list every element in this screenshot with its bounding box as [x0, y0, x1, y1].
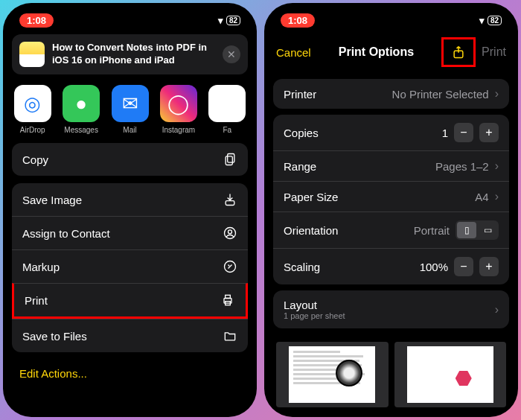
orientation-row: Orientation Portrait ▯ ▭ — [273, 211, 509, 248]
action-group-1: Copy — [12, 143, 248, 176]
wifi-icon: ▾ — [218, 15, 223, 26]
copies-label: Copies — [284, 127, 319, 139]
chevron-right-icon: › — [495, 190, 499, 203]
range-label: Range — [284, 160, 316, 173]
range-value-wrap: Pages 1–2 › — [435, 159, 499, 173]
share-header: How to Convert Notes into PDF in iOS 16 … — [12, 34, 248, 74]
page-preview — [289, 346, 375, 403]
portrait-button[interactable]: ▯ — [457, 222, 476, 238]
paper-size-row[interactable]: Paper Size A4 › — [273, 181, 509, 211]
svg-rect-0 — [228, 154, 234, 163]
page-preview — [407, 346, 493, 403]
loupe-icon — [336, 360, 362, 386]
orientation-segment[interactable]: ▯ ▭ — [456, 220, 499, 240]
app-airdrop[interactable]: ◎ AirDrop — [13, 85, 51, 134]
layout-group: Layout 1 page per sheet › — [273, 290, 509, 328]
phone-right: 1:08 ▾ 82 Cancel Print Options Print Pri… — [264, 3, 518, 417]
orientation-value: Portrait — [414, 224, 450, 237]
app-label: AirDrop — [20, 126, 45, 134]
assign-contact-action[interactable]: Assign to Contact — [12, 216, 248, 249]
status-time: 1:08 — [281, 13, 315, 28]
print-button[interactable]: Print — [482, 45, 506, 59]
action-label: Copy — [22, 153, 48, 166]
mail-icon: ✉ — [112, 85, 149, 122]
share-button[interactable] — [441, 37, 476, 67]
edit-actions-link[interactable]: Edit Actions... — [9, 360, 251, 387]
save-image-action[interactable]: Save Image — [12, 183, 248, 216]
page-title: Print Options — [339, 45, 414, 59]
markup-icon — [223, 259, 237, 274]
svg-rect-2 — [226, 201, 234, 206]
printer-row[interactable]: Printer No Printer Selected › — [273, 79, 509, 109]
copies-plus-button[interactable]: + — [479, 123, 499, 142]
app-mail[interactable]: ✉ Mail — [111, 85, 149, 134]
layout-subtitle: 1 page per sheet — [284, 311, 345, 320]
thumb-page-1[interactable] — [276, 342, 389, 407]
svg-point-4 — [228, 230, 232, 234]
markup-action[interactable]: Markup — [12, 249, 248, 283]
action-label: Save to Files — [22, 330, 87, 343]
notch — [97, 10, 164, 27]
copies-controls: 1 − + — [442, 123, 499, 142]
paper-value: A4 — [475, 191, 488, 203]
airdrop-icon: ◎ — [14, 85, 51, 122]
printer-group: Printer No Printer Selected › — [273, 79, 509, 109]
scaling-controls: 100% − + — [420, 257, 499, 276]
range-row[interactable]: Range Pages 1–2 › — [273, 150, 509, 181]
app-more[interactable]: Fa — [208, 85, 246, 134]
messages-icon: ● — [63, 85, 100, 122]
share-apps-row[interactable]: ◎ AirDrop ● Messages ✉ Mail ◯ Instagram … — [9, 82, 251, 143]
folder-icon — [223, 328, 237, 343]
scaling-row: Scaling 100% − + — [273, 248, 509, 284]
copies-row: Copies 1 − + — [273, 115, 509, 150]
settings-group: Copies 1 − + Range Pages 1–2 › Paper Siz… — [273, 115, 509, 284]
print-nav: Cancel Print Options Print — [270, 30, 512, 74]
paper-label: Paper Size — [284, 191, 338, 203]
action-group-2: Save Image Assign to Contact Markup Prin… — [12, 183, 248, 352]
thumb-page-2[interactable] — [394, 342, 507, 407]
action-label: Print — [25, 294, 48, 307]
printer-value: No Printer Selected › — [392, 87, 499, 101]
layout-row[interactable]: Layout 1 page per sheet › — [273, 290, 509, 328]
app-instagram[interactable]: ◯ Instagram — [159, 85, 197, 134]
landscape-button[interactable]: ▭ — [478, 222, 497, 238]
action-label: Save Image — [22, 194, 82, 206]
copy-action[interactable]: Copy — [12, 143, 248, 176]
instagram-icon: ◯ — [160, 85, 197, 122]
chevron-right-icon: › — [495, 87, 499, 101]
app-label: Mail — [123, 126, 136, 134]
printer-value-text: No Printer Selected — [392, 88, 489, 101]
scaling-label: Scaling — [284, 261, 320, 273]
notch — [358, 10, 425, 27]
action-label: Markup — [22, 261, 60, 273]
app-label: Instagram — [162, 126, 195, 134]
status-time: 1:08 — [19, 13, 54, 28]
contact-icon — [223, 226, 237, 241]
nav-right: Print — [441, 37, 506, 67]
page-thumbnails — [270, 334, 512, 407]
orientation-controls: Portrait ▯ ▭ — [414, 220, 499, 240]
notes-app-icon — [19, 42, 45, 67]
action-label: Assign to Contact — [22, 227, 110, 240]
copies-minus-button[interactable]: − — [454, 123, 473, 142]
print-icon — [220, 293, 235, 308]
share-title: How to Convert Notes into PDF in iOS 16 … — [52, 42, 215, 67]
app-label: Fa — [223, 126, 231, 134]
orientation-label: Orientation — [284, 224, 338, 237]
app-messages[interactable]: ● Messages — [62, 85, 100, 134]
chevron-right-icon: › — [495, 303, 499, 316]
paper-value-wrap: A4 › — [475, 190, 499, 203]
battery-icon: 82 — [226, 16, 240, 25]
phone-left: 1:08 ▾ 82 How to Convert Notes into PDF … — [3, 3, 257, 417]
cancel-button[interactable]: Cancel — [276, 46, 311, 59]
print-action[interactable]: Print — [12, 283, 248, 319]
scaling-plus-button[interactable]: + — [479, 257, 499, 276]
scaling-minus-button[interactable]: − — [454, 257, 473, 276]
svg-rect-1 — [226, 156, 232, 165]
copies-value: 1 — [442, 127, 448, 139]
close-button[interactable]: ✕ — [223, 45, 240, 63]
layout-label: Layout — [284, 299, 345, 311]
range-value: Pages 1–2 — [435, 160, 489, 173]
download-icon — [223, 192, 237, 207]
save-files-action[interactable]: Save to Files — [12, 319, 248, 352]
